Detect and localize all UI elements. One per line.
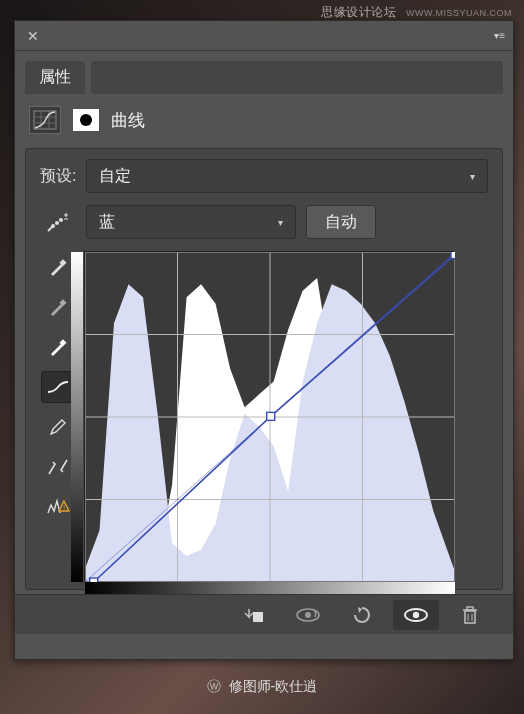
preset-select[interactable]: 自定 ▾ — [86, 159, 488, 193]
watermark-text: 思缘设计论坛 — [321, 5, 396, 19]
panel-bottom-bar — [15, 594, 513, 634]
eyedropper-black-icon[interactable] — [41, 251, 75, 283]
svg-point-7 — [59, 218, 63, 222]
svg-point-26 — [305, 612, 311, 618]
svg-rect-31 — [467, 607, 473, 610]
tab-row: 属性 — [15, 51, 513, 94]
target-adjust-icon[interactable] — [40, 211, 76, 233]
output-gradient — [71, 252, 83, 582]
channel-row: 蓝 ▾ 自动 — [40, 205, 488, 239]
curve-chart[interactable] — [84, 251, 454, 581]
preset-label: 预设: — [40, 166, 76, 187]
channel-value: 蓝 — [99, 212, 115, 233]
svg-point-6 — [55, 221, 59, 225]
svg-rect-22 — [267, 412, 275, 420]
view-previous-icon[interactable] — [285, 600, 331, 630]
credit-line: ⓦ 修图师-欧仕逍 — [0, 678, 524, 696]
svg-text:!: ! — [63, 503, 65, 512]
flyout-menu-icon[interactable]: ▾≡ — [494, 30, 505, 41]
svg-rect-23 — [451, 252, 455, 259]
curves-adjustment-icon[interactable] — [29, 106, 61, 134]
svg-rect-24 — [253, 612, 263, 622]
tab-properties[interactable]: 属性 — [25, 61, 85, 94]
chevron-down-icon: ▾ — [470, 171, 475, 182]
curve-chart-wrap — [84, 251, 488, 581]
weibo-icon: ⓦ — [207, 678, 221, 694]
tab-rest — [91, 61, 503, 94]
smooth-tool-icon[interactable] — [41, 451, 75, 483]
watermark: 思缘设计论坛 WWW.MISSYUAN.COM — [321, 4, 512, 21]
properties-panel: ✕ ▾≡ 属性 曲线 预设: 自定 ▾ — [14, 20, 514, 660]
panel-titlebar: ✕ ▾≡ — [15, 21, 513, 51]
eyedropper-gray-icon[interactable] — [41, 291, 75, 323]
auto-button[interactable]: 自动 — [306, 205, 376, 239]
trash-icon[interactable] — [447, 600, 493, 630]
input-gradient — [85, 582, 455, 594]
clip-to-layer-icon[interactable] — [231, 600, 277, 630]
preset-row: 预设: 自定 ▾ — [40, 159, 488, 193]
clip-warning-icon[interactable]: ! — [41, 491, 75, 523]
credit-text: 修图师-欧仕逍 — [229, 678, 318, 694]
pencil-tool-icon[interactable] — [41, 411, 75, 443]
watermark-url: WWW.MISSYUAN.COM — [406, 8, 512, 18]
preset-value: 自定 — [99, 166, 131, 187]
curve-svg — [85, 252, 455, 582]
panel-content: 预设: 自定 ▾ 蓝 ▾ 自动 — [25, 148, 503, 590]
curve-point-tool-icon[interactable] — [41, 371, 75, 403]
channel-select[interactable]: 蓝 ▾ — [86, 205, 296, 239]
visibility-toggle-icon[interactable] — [393, 600, 439, 630]
svg-point-28 — [413, 611, 419, 617]
eyedropper-white-icon[interactable] — [41, 331, 75, 363]
close-icon[interactable]: ✕ — [23, 28, 43, 44]
chevron-down-icon: ▾ — [278, 217, 283, 228]
adjustment-type-label: 曲线 — [111, 109, 145, 132]
curve-area: ! — [40, 251, 488, 581]
adjustment-type-row: 曲线 — [15, 94, 513, 144]
reset-icon[interactable] — [339, 600, 385, 630]
svg-rect-29 — [465, 611, 475, 623]
layer-mask-icon[interactable] — [73, 109, 99, 131]
curves-glyph-icon — [33, 110, 57, 130]
